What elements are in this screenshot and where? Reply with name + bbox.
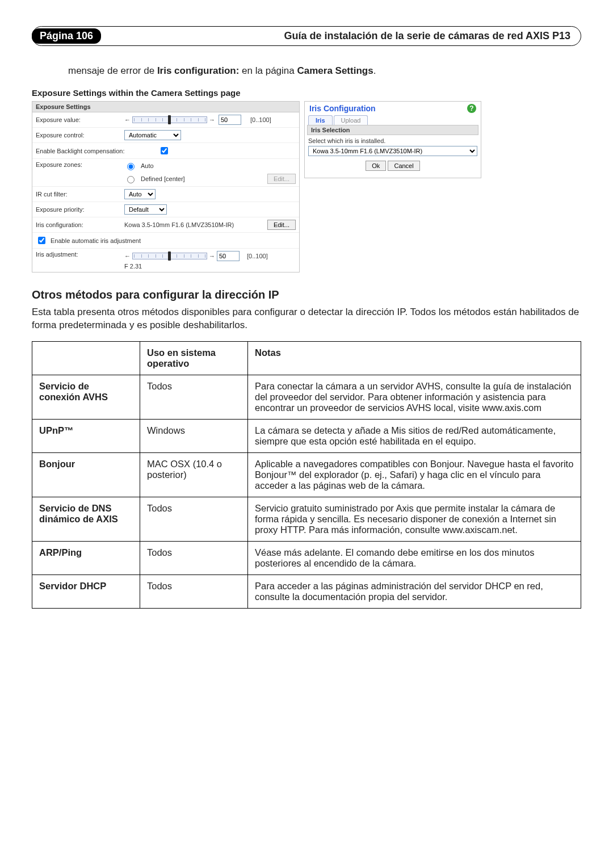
zones-auto-radio[interactable] (127, 163, 135, 170)
exposure-value-input[interactable] (219, 115, 241, 125)
iris-config-value: Kowa 3.5-10mm F1.6 (LMVZ3510M-IR) (124, 221, 234, 228)
zones-edit-button[interactable]: Edit... (267, 174, 296, 184)
table-header-notes: Notas (248, 341, 581, 375)
method-name: Servicio de conexión AVHS (32, 375, 140, 419)
method-notes: Aplicable a navegadores compatibles con … (248, 452, 581, 497)
ok-button[interactable]: Ok (366, 161, 386, 171)
method-notes: La cámara se detecta y añade a Mis sitio… (248, 419, 581, 452)
exposure-settings-panel: Exposure Settings Exposure value: ← → [0… (32, 101, 300, 272)
method-name: Servicio de DNS dinámico de AXIS (32, 497, 140, 541)
doc-title: Guía de instalación de la serie de cámar… (284, 30, 570, 42)
exposure-value-range: [0..100] (250, 116, 271, 123)
intro-bold-1: Iris configuration: (157, 65, 240, 76)
table-row: Servidor DHCPTodosPara acceder a las pág… (32, 575, 581, 608)
exposure-value-slider[interactable]: ← → (124, 116, 215, 123)
tab-upload[interactable]: Upload (334, 115, 368, 125)
iris-f-number: F 2.31 (124, 263, 268, 270)
method-notes: Véase más adelante. El comando debe emit… (248, 541, 581, 575)
iris-config-edit-button[interactable]: Edit... (267, 220, 296, 230)
intro-mid: en la página (242, 65, 297, 76)
backlight-checkbox[interactable] (161, 147, 168, 154)
arrow-left-icon: ← (124, 253, 131, 259)
exposure-zones-label: Exposure zones: (36, 161, 121, 168)
intro-text: mensaje de error de Iris configuration: … (68, 65, 581, 77)
cancel-button[interactable]: Cancel (388, 161, 419, 171)
table-row: BonjourMAC OSX (10.4 o posterior)Aplicab… (32, 452, 581, 497)
method-name: ARP/Ping (32, 541, 140, 575)
tab-iris[interactable]: Iris (308, 115, 333, 125)
method-notes: Servicio gratuito suministrado por Axis … (248, 497, 581, 541)
method-os: Windows (140, 419, 248, 452)
methods-table: Uso en sistema operativo Notas Servicio … (32, 341, 581, 609)
method-name: Bonjour (32, 452, 140, 497)
backlight-label: Enable Backlight compensation: (36, 148, 155, 154)
table-row: Servicio de DNS dinámico de AXISTodosSer… (32, 497, 581, 541)
zones-defined-radio[interactable] (127, 176, 135, 183)
iris-adjustment-slider[interactable]: ← → (124, 253, 215, 259)
iris-config-title: Iris Configuration (309, 104, 376, 113)
exposure-priority-select[interactable]: Default (124, 204, 167, 215)
exposure-control-label: Exposure control: (36, 132, 121, 139)
ir-cut-label: IR cut filter: (36, 191, 121, 198)
table-row: UPnP™WindowsLa cámara se detecta y añade… (32, 419, 581, 452)
section-paragraph: Esta tabla presenta otros métodos dispon… (32, 306, 581, 332)
method-os: Todos (140, 497, 248, 541)
iris-selection-header: Iris Selection (307, 125, 478, 135)
table-header-empty (32, 341, 140, 375)
iris-select-text: Select which iris is installed. (308, 137, 477, 144)
screenshot-group: Exposure Settings Exposure value: ← → [0… (32, 101, 581, 272)
intro-prefix: mensaje de error de (68, 65, 157, 76)
iris-adjustment-label: Iris adjustment: (36, 251, 121, 258)
method-name: UPnP™ (32, 419, 140, 452)
ir-cut-select[interactable]: Auto (124, 189, 156, 199)
iris-adjustment-range: [0..100] (247, 253, 268, 259)
page-header: Página 106 Guía de instalación de la ser… (32, 26, 581, 46)
method-notes: Para acceder a las páginas administració… (248, 575, 581, 608)
intro-suffix: . (373, 65, 376, 76)
method-os: Todos (140, 575, 248, 608)
iris-adjustment-input[interactable] (217, 251, 240, 261)
help-icon[interactable]: ? (467, 104, 476, 113)
table-header-os: Uso en sistema operativo (140, 341, 248, 375)
table-row: Servicio de conexión AVHSTodosPara conec… (32, 375, 581, 419)
method-os: Todos (140, 375, 248, 419)
auto-iris-checkbox[interactable] (38, 237, 45, 244)
table-row: ARP/PingTodosVéase más adelante. El coma… (32, 541, 581, 575)
exposure-priority-label: Exposure priority: (36, 206, 121, 213)
exposure-settings-header: Exposure Settings (32, 102, 299, 112)
iris-configuration-panel: Iris Configuration ? Iris Upload Iris Se… (304, 101, 481, 178)
zones-auto-label: Auto (141, 162, 154, 169)
auto-iris-label: Enable automatic iris adjustment (51, 237, 141, 244)
screenshot-caption: Exposure Settings within the Camera Sett… (32, 88, 581, 98)
method-notes: Para conectar la cámara a un servidor AV… (248, 375, 581, 419)
intro-bold-2: Camera Settings (297, 65, 373, 76)
method-os: Todos (140, 541, 248, 575)
method-os: MAC OSX (10.4 o posterior) (140, 452, 248, 497)
page-number-badge: Página 106 (32, 28, 101, 44)
exposure-control-select[interactable]: Automatic (124, 130, 181, 140)
zones-defined-label: Defined [center] (141, 175, 185, 182)
arrow-right-icon: → (209, 116, 215, 123)
method-name: Servidor DHCP (32, 575, 140, 608)
iris-select[interactable]: Kowa 3.5-10mm F1.6 (LMVZ3510M-IR) (308, 146, 477, 156)
iris-config-label: Iris configuration: (36, 221, 121, 228)
arrow-left-icon: ← (124, 116, 131, 123)
exposure-value-label: Exposure value: (36, 116, 121, 123)
arrow-right-icon: → (209, 253, 215, 259)
section-title: Otros métodos para configurar la direcci… (32, 288, 581, 301)
